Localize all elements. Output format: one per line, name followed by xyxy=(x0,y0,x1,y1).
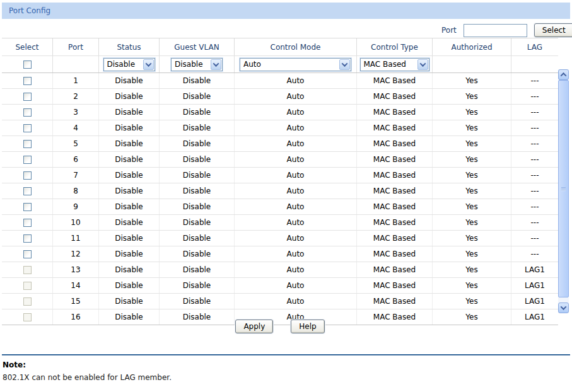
row-checkbox[interactable] xyxy=(23,124,32,132)
table-row: 4 Disable Disable Auto MAC Based Yes --- xyxy=(2,120,558,136)
cell-lag: --- xyxy=(511,246,558,262)
cell-authorized: Yes xyxy=(433,73,511,88)
cell-guest-vlan: Disable xyxy=(160,136,235,151)
cell-lag: LAG1 xyxy=(511,278,558,293)
page-title: Port Config xyxy=(9,6,50,15)
note-divider xyxy=(2,354,570,355)
cell-port: 4 xyxy=(53,120,99,135)
row-checkbox[interactable] xyxy=(23,234,32,243)
port-select-button[interactable]: Select xyxy=(534,23,572,37)
chevron-down-icon[interactable] xyxy=(417,59,428,70)
section-title-bar: Port Config xyxy=(2,3,570,19)
cell-authorized: Yes xyxy=(433,105,511,120)
cell-control-type: MAC Based xyxy=(357,152,433,167)
cell-control-mode: Auto xyxy=(235,199,357,214)
cell-control-type: MAC Based xyxy=(357,168,433,183)
status-filter-dropdown[interactable]: Disable xyxy=(103,58,155,71)
row-checkbox[interactable] xyxy=(23,203,32,211)
select-all-checkbox[interactable] xyxy=(23,61,32,69)
table-row: 7 Disable Disable Auto MAC Based Yes --- xyxy=(2,168,558,183)
scroll-down-icon[interactable] xyxy=(558,303,569,313)
cell-status: Disable xyxy=(99,168,160,183)
row-checkbox[interactable] xyxy=(23,219,32,227)
cell-port: 13 xyxy=(53,262,99,277)
cell-control-mode: Auto xyxy=(235,168,357,183)
cell-port: 1 xyxy=(53,73,99,88)
chevron-down-icon[interactable] xyxy=(211,59,221,70)
col-header-port: Port xyxy=(53,38,99,55)
cell-port: 15 xyxy=(53,294,99,309)
cell-lag: --- xyxy=(511,231,558,246)
guest-vlan-filter-value: Disable xyxy=(175,60,203,69)
cell-guest-vlan: Disable xyxy=(160,120,235,135)
table-row: 11 Disable Disable Auto MAC Based Yes --… xyxy=(2,231,558,246)
cell-port: 5 xyxy=(53,136,99,151)
col-header-control-mode: Control Mode xyxy=(235,38,357,55)
table-body: 1 Disable Disable Auto MAC Based Yes ---… xyxy=(2,73,558,325)
col-header-control-type: Control Type xyxy=(357,38,433,55)
control-mode-filter-dropdown[interactable]: Auto xyxy=(240,58,351,71)
cell-lag: LAG1 xyxy=(511,262,558,277)
cell-guest-vlan: Disable xyxy=(160,152,235,167)
cell-status: Disable xyxy=(99,105,160,120)
cell-guest-vlan: Disable xyxy=(160,231,235,246)
cell-control-mode: Auto xyxy=(235,262,357,277)
cell-control-type: MAC Based xyxy=(357,215,433,230)
cell-port: 12 xyxy=(53,246,99,262)
cell-authorized: Yes xyxy=(433,183,511,199)
cell-guest-vlan: Disable xyxy=(160,89,235,104)
cell-control-type: MAC Based xyxy=(357,89,433,104)
cell-control-type: MAC Based xyxy=(357,199,433,214)
port-search-input[interactable] xyxy=(464,24,527,37)
chevron-down-icon[interactable] xyxy=(143,59,154,70)
cell-control-type: MAC Based xyxy=(357,246,433,262)
row-checkbox[interactable] xyxy=(23,250,32,258)
cell-lag: --- xyxy=(511,152,558,167)
row-checkbox[interactable] xyxy=(23,171,32,180)
cell-lag: --- xyxy=(511,120,558,135)
vertical-scrollbar[interactable] xyxy=(558,69,569,313)
cell-status: Disable xyxy=(99,294,160,309)
cell-guest-vlan: Disable xyxy=(160,183,235,199)
row-checkbox[interactable] xyxy=(23,187,32,195)
chevron-down-icon[interactable] xyxy=(339,59,350,70)
cell-authorized: Yes xyxy=(433,246,511,262)
table-filter-row: Disable Disable Auto MAC Based xyxy=(2,56,558,73)
cell-lag: --- xyxy=(511,89,558,104)
cell-control-mode: Auto xyxy=(235,294,357,309)
row-checkbox[interactable] xyxy=(23,140,32,148)
cell-control-mode: Auto xyxy=(235,231,357,246)
cell-control-type: MAC Based xyxy=(357,262,433,277)
cell-guest-vlan: Disable xyxy=(160,168,235,183)
cell-authorized: Yes xyxy=(433,278,511,293)
row-checkbox[interactable] xyxy=(23,108,32,117)
cell-lag: --- xyxy=(511,168,558,183)
cell-control-type: MAC Based xyxy=(357,183,433,199)
table-row: 3 Disable Disable Auto MAC Based Yes --- xyxy=(2,105,558,120)
apply-button[interactable]: Apply xyxy=(235,320,273,333)
cell-authorized: Yes xyxy=(433,262,511,277)
scrollbar-thumb[interactable] xyxy=(558,80,569,297)
cell-status: Disable xyxy=(99,215,160,230)
row-checkbox[interactable] xyxy=(23,156,32,164)
table-row: 15 Disable Disable Auto MAC Based Yes LA… xyxy=(2,294,558,309)
guest-vlan-filter-dropdown[interactable]: Disable xyxy=(171,58,223,71)
row-checkbox[interactable] xyxy=(23,77,32,85)
cell-port: 7 xyxy=(53,168,99,183)
port-config-table: Select Port Status Guest VLAN Control Mo… xyxy=(2,38,558,325)
cell-control-mode: Auto xyxy=(235,73,357,88)
cell-guest-vlan: Disable xyxy=(160,199,235,214)
cell-authorized: Yes xyxy=(433,136,511,151)
table-header-row: Select Port Status Guest VLAN Control Mo… xyxy=(2,38,558,56)
cell-status: Disable xyxy=(99,89,160,104)
control-type-filter-value: MAC Based xyxy=(364,60,406,69)
scroll-up-icon[interactable] xyxy=(558,69,569,80)
col-header-select: Select xyxy=(2,38,53,55)
row-checkbox[interactable] xyxy=(23,93,32,101)
cell-guest-vlan: Disable xyxy=(160,262,235,277)
cell-control-mode: Auto xyxy=(235,105,357,120)
help-button[interactable]: Help xyxy=(291,320,324,333)
control-type-filter-dropdown[interactable]: MAC Based xyxy=(360,58,429,71)
cell-status: Disable xyxy=(99,152,160,167)
cell-port: 3 xyxy=(53,105,99,120)
